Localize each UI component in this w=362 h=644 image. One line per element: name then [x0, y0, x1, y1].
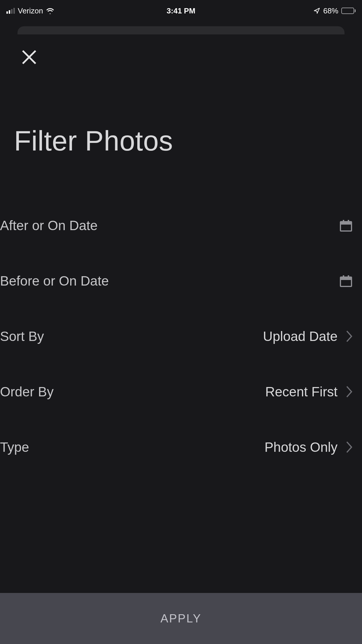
before-date-label: Before or On Date: [0, 273, 109, 289]
before-date-row[interactable]: Before or On Date: [0, 253, 362, 309]
status-right: 68%: [313, 6, 356, 15]
svg-rect-7: [340, 277, 352, 280]
wifi-icon: [46, 8, 54, 14]
location-icon: [313, 7, 320, 14]
svg-rect-3: [340, 222, 352, 225]
status-time: 3:41 PM: [0, 6, 362, 15]
cellular-signal-icon: [6, 8, 15, 14]
type-row[interactable]: Type Photos Only: [0, 419, 362, 475]
calendar-icon: [339, 218, 353, 233]
battery-percent-label: 68%: [323, 6, 338, 15]
svg-rect-5: [348, 220, 349, 223]
order-by-value: Recent First: [265, 384, 338, 400]
filter-sheet: Filter Photos After or On Date Before or…: [0, 34, 362, 644]
sort-by-row[interactable]: Sort By Upload Date: [0, 309, 362, 364]
after-date-label: After or On Date: [0, 218, 98, 233]
close-button[interactable]: [17, 46, 41, 69]
svg-rect-8: [343, 275, 344, 278]
chevron-right-icon: [346, 385, 353, 398]
type-value: Photos Only: [264, 439, 338, 455]
order-by-row[interactable]: Order By Recent First: [0, 364, 362, 419]
background-sheet-hint: [17, 26, 345, 34]
after-date-row[interactable]: After or On Date: [0, 198, 362, 253]
status-left: Verizon: [6, 6, 54, 15]
type-label: Type: [0, 439, 29, 455]
svg-rect-4: [343, 220, 344, 223]
sort-by-label: Sort By: [0, 328, 44, 344]
calendar-icon: [339, 274, 353, 288]
status-bar: Verizon 3:41 PM 68%: [0, 0, 362, 18]
carrier-label: Verizon: [18, 6, 43, 15]
order-by-label: Order By: [0, 384, 54, 400]
chevron-right-icon: [346, 441, 353, 454]
apply-label: APPLY: [161, 612, 202, 625]
svg-rect-9: [348, 275, 349, 278]
close-icon: [20, 48, 38, 67]
battery-icon: [341, 8, 356, 14]
sort-by-value: Upload Date: [263, 328, 338, 344]
page-title: Filter Photos: [14, 125, 173, 157]
apply-button[interactable]: APPLY: [0, 593, 362, 644]
filter-rows: After or On Date Before or On Date: [0, 198, 362, 475]
chevron-right-icon: [346, 330, 353, 343]
